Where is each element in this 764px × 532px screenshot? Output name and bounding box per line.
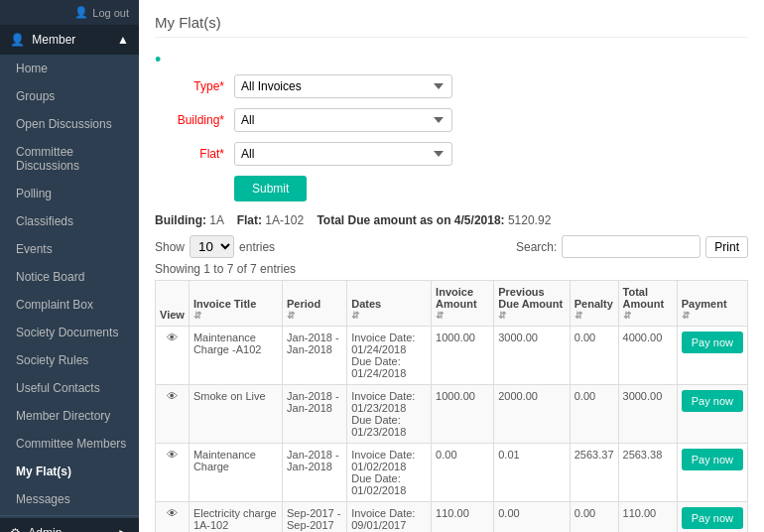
info-total-due: 5120.92 (508, 213, 551, 227)
cell-view-1[interactable]: 👁 (156, 385, 190, 444)
col-dates: Dates⇵ (347, 281, 432, 327)
submit-button[interactable]: Submit (234, 176, 307, 201)
member-icon: 👤 (10, 33, 25, 47)
col-invoice-amount: Invoice Amount⇵ (432, 281, 494, 327)
flat-label: Flat* (155, 147, 234, 161)
pay-now-button-0[interactable]: Pay now (682, 332, 743, 353)
cell-dates-3: Invoice Date: 09/01/2017Due Date: 09/03/… (347, 502, 432, 533)
logout-bar: 👤 Log out (0, 0, 139, 25)
table-row: 👁 Electricity charge 1A-102 Sep-2017 - S… (156, 502, 748, 533)
sidebar-item-events[interactable]: Events (0, 235, 139, 263)
pay-now-button-2[interactable]: Pay now (682, 449, 743, 470)
sidebar-item-complaint-box[interactable]: Complaint Box (0, 291, 139, 319)
cell-previous-due-1: 2000.00 (494, 385, 571, 444)
table-row: 👁 Maintenance Charge -A102 Jan-2018 - Ja… (156, 327, 748, 385)
print-button[interactable]: Print (705, 236, 748, 258)
cell-previous-due-2: 0.01 (494, 444, 571, 502)
cell-total-amount-0: 4000.00 (618, 327, 677, 385)
col-invoice-title: Invoice Title⇵ (189, 281, 282, 327)
cell-payment-2: Pay now (677, 444, 747, 502)
col-period: Period⇵ (283, 281, 347, 327)
type-select[interactable]: All InvoicesPendingPaid (234, 74, 452, 98)
cell-penalty-0: 0.00 (570, 327, 618, 385)
sidebar-item-committee-discussions[interactable]: Committee Discussions (0, 138, 139, 180)
sidebar-item-notice-board[interactable]: Notice Board (0, 263, 139, 291)
entries-select[interactable]: 10 25 50 (190, 235, 234, 258)
sidebar-item-classifieds[interactable]: Classifieds (0, 207, 139, 235)
cell-total-amount-1: 3000.00 (618, 385, 677, 444)
pay-now-button-1[interactable]: Pay now (682, 390, 743, 412)
cell-title-0: Maintenance Charge -A102 (189, 327, 282, 385)
cell-invoice-amount-2: 0.00 (432, 444, 494, 502)
main-content: My Flat(s) • Type* All InvoicesPendingPa… (139, 0, 764, 532)
info-flat: 1A-102 (265, 213, 304, 227)
sidebar-item-polling[interactable]: Polling (0, 180, 139, 207)
cell-title-3: Electricity charge 1A-102 (189, 502, 282, 533)
type-row: Type* All InvoicesPendingPaid (155, 74, 748, 98)
cell-period-2: Jan-2018 - Jan-2018 (283, 444, 347, 502)
gear-icon: ⚙ (10, 526, 21, 532)
member-section-header[interactable]: 👤 Member ▲ (0, 25, 139, 55)
sidebar-item-society-documents[interactable]: Society Documents (0, 319, 139, 346)
cell-previous-due-0: 3000.00 (494, 327, 571, 385)
flat-select[interactable]: All1A-1021A-103 (234, 142, 452, 166)
cell-period-3: Sep-2017 - Sep-2017 (283, 502, 347, 533)
sidebar-item-committee-members[interactable]: Committee Members (0, 430, 139, 458)
page-title: My Flat(s) (155, 14, 748, 38)
admin-section-header[interactable]: ⚙ Admin ► (0, 518, 139, 532)
invoices-table: View Invoice Title⇵ Period⇵ Dates⇵ Invoi… (155, 280, 748, 532)
cell-title-2: Maintenance Charge (189, 444, 282, 502)
pay-now-button-3[interactable]: Pay now (682, 507, 743, 529)
flat-row: Flat* All1A-1021A-103 (155, 142, 748, 166)
sidebar-item-useful-contacts[interactable]: Useful Contacts (0, 374, 139, 402)
cell-invoice-amount-3: 110.00 (432, 502, 494, 533)
cell-view-2[interactable]: 👁 (156, 444, 190, 502)
building-select[interactable]: All1A1B (234, 108, 452, 132)
cell-view-0[interactable]: 👁 (156, 327, 190, 385)
table-controls: Show 10 25 50 entries Search: Print (155, 235, 748, 258)
sidebar-item-my-flats[interactable]: My Flat(s) (0, 458, 139, 485)
cell-penalty-1: 0.00 (570, 385, 618, 444)
building-row: Building* All1A1B (155, 108, 748, 132)
cell-view-3[interactable]: 👁 (156, 502, 190, 533)
cell-period-1: Jan-2018 - Jan-2018 (283, 385, 347, 444)
sidebar-item-open-discussions[interactable]: Open Discussions (0, 110, 139, 138)
cell-total-amount-2: 2563.38 (618, 444, 677, 502)
table-row: 👁 Maintenance Charge Jan-2018 - Jan-2018… (156, 444, 748, 502)
sidebar-item-groups[interactable]: Groups (0, 82, 139, 110)
col-total-amount: Total Amount⇵ (618, 281, 677, 327)
info-due-date: 4/5/2018 (454, 213, 501, 227)
cell-penalty-3: 0.00 (570, 502, 618, 533)
search-label: Search: (516, 240, 557, 254)
sidebar-item-society-rules[interactable]: Society Rules (0, 346, 139, 374)
col-payment: Payment⇵ (677, 281, 747, 327)
cell-title-1: Smoke on Live (189, 385, 282, 444)
cell-invoice-amount-1: 1000.00 (432, 385, 494, 444)
sidebar-item-member-directory[interactable]: Member Directory (0, 402, 139, 430)
cell-previous-due-3: 0.00 (494, 502, 571, 533)
sidebar-item-messages[interactable]: Messages (0, 485, 139, 513)
cell-payment-0: Pay now (677, 327, 747, 385)
cell-dates-1: Invoice Date: 01/23/2018Due Date: 01/23/… (347, 385, 432, 444)
building-label: Building* (155, 113, 234, 127)
cell-payment-3: Pay now (677, 502, 747, 533)
showing-text: Showing 1 to 7 of 7 entries (155, 262, 748, 276)
logout-link[interactable]: Log out (92, 7, 129, 19)
member-section-label: Member (32, 33, 75, 47)
cell-penalty-2: 2563.37 (570, 444, 618, 502)
admin-label: Admin (28, 526, 62, 532)
col-penalty: Penalty⇵ (570, 281, 618, 327)
search-bar: Search: Print (516, 235, 748, 258)
info-bar: Building: 1A Flat: 1A-102 Total Due amou… (155, 213, 748, 227)
search-input[interactable] (562, 235, 700, 258)
info-building: 1A (209, 213, 223, 227)
cell-total-amount-3: 110.00 (618, 502, 677, 533)
show-entries: Show 10 25 50 entries (155, 235, 275, 258)
cell-dates-2: Invoice Date: 01/02/2018Due Date: 01/02/… (347, 444, 432, 502)
type-label: Type* (155, 79, 234, 93)
chevron-right-icon: ► (117, 526, 129, 532)
cell-dates-0: Invoice Date: 01/24/2018Due Date: 01/24/… (347, 327, 432, 385)
sidebar-item-home[interactable]: Home (0, 55, 139, 82)
chevron-icon: ▲ (117, 33, 129, 47)
cell-period-0: Jan-2018 - Jan-2018 (283, 327, 347, 385)
